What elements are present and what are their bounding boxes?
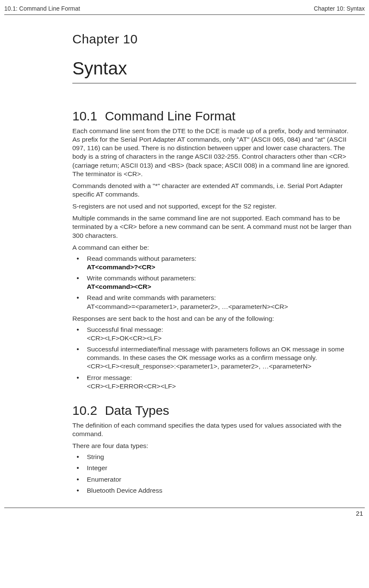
responses-list: Successful final message: <CR><LF>OK<CR>… bbox=[72, 325, 356, 391]
list-item-text: Enumerator bbox=[87, 476, 121, 483]
list-item-text: Successful intermediate/final message wi… bbox=[87, 345, 344, 361]
running-header: 10.1: Command Line Format Chapter 10: Sy… bbox=[0, 0, 369, 14]
list-item: Successful final message: <CR><LF>OK<CR>… bbox=[72, 325, 356, 343]
list-item: Error message: <CR><LF>ERROR<CR><LF> bbox=[72, 374, 356, 391]
header-left: 10.1: Command Line Format bbox=[4, 5, 80, 12]
list-item-text: Write commands without parameters: bbox=[87, 274, 196, 282]
section-title-text: Command Line Format bbox=[105, 109, 235, 123]
list-item: Successful intermediate/final message wi… bbox=[72, 345, 356, 371]
para: S-registers are not used and not support… bbox=[72, 202, 356, 211]
para: There are four data types: bbox=[72, 442, 356, 450]
list-item-text: Error message: bbox=[87, 374, 132, 381]
para: A command can either be: bbox=[72, 243, 356, 252]
list-item: Bluetooth Device Address bbox=[72, 486, 356, 495]
list-item: Read and write commands with parameters:… bbox=[72, 294, 356, 311]
list-item-text: Bluetooth Device Address bbox=[87, 487, 163, 494]
section-10-1-heading: 10.1Command Line Format bbox=[72, 109, 356, 123]
list-item: String bbox=[72, 453, 356, 461]
list-item-code: AT<command>?<CR> bbox=[87, 263, 155, 271]
list-item-code: AT<command><CR> bbox=[87, 283, 151, 290]
para: Each command line sent from the DTE to t… bbox=[72, 127, 356, 178]
list-item-code: <CR><LF>OK<CR><LF> bbox=[87, 334, 162, 342]
chapter-label: Chapter 10 bbox=[72, 32, 356, 46]
para: Multiple commands in the same command li… bbox=[72, 214, 356, 240]
data-types-list: String Integer Enumerator Bluetooth Devi… bbox=[72, 453, 356, 495]
list-item: Write commands without parameters: AT<co… bbox=[72, 274, 356, 291]
list-item-text: Integer bbox=[87, 464, 107, 471]
para: The definition of each command specifies… bbox=[72, 421, 356, 438]
chapter-title: Syntax bbox=[72, 58, 356, 83]
list-item: Read commands without parameters: AT<com… bbox=[72, 254, 356, 271]
list-item-text: Successful final message: bbox=[87, 326, 163, 333]
page: 10.1: Command Line Format Chapter 10: Sy… bbox=[0, 0, 369, 588]
section-10-2-heading: 10.2Data Types bbox=[72, 403, 356, 418]
list-item-code: <CR><LF>ERROR<CR><LF> bbox=[87, 382, 176, 390]
list-item-code: <CR><LF><result_response>:<parameter1>, … bbox=[87, 363, 312, 370]
section-number: 10.1 bbox=[72, 109, 97, 123]
command-forms-list: Read commands without parameters: AT<com… bbox=[72, 254, 356, 311]
header-right: Chapter 10: Syntax bbox=[314, 5, 365, 12]
list-item-text: Read commands without parameters: bbox=[87, 255, 197, 262]
list-item: Integer bbox=[72, 464, 356, 472]
para: Commands denoted with a "*" character ar… bbox=[72, 182, 356, 199]
list-item-text: Read and write commands with parameters: bbox=[87, 294, 216, 301]
section-number: 10.2 bbox=[72, 403, 97, 418]
page-number: 21 bbox=[0, 508, 369, 517]
list-item-text: String bbox=[87, 453, 104, 460]
list-item: Enumerator bbox=[72, 475, 356, 484]
para: Responses are sent back to the host and … bbox=[72, 314, 356, 323]
content-area: Chapter 10 Syntax 10.1Command Line Forma… bbox=[0, 15, 369, 495]
list-item-code: AT<command>=<parameter1>, parameter2>, …… bbox=[87, 303, 288, 310]
section-title-text: Data Types bbox=[105, 403, 169, 417]
